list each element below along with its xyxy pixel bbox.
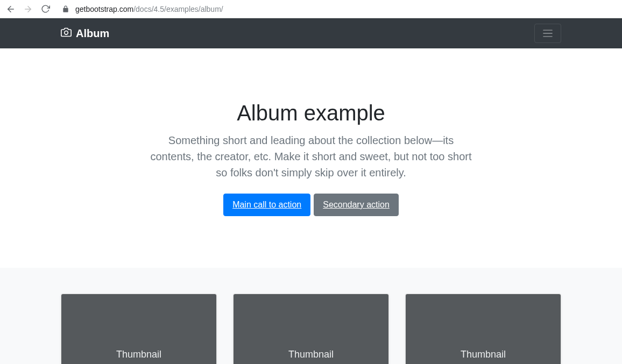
secondary-cta-button[interactable]: Secondary action [314,194,399,216]
album-section: Thumbnail Thumbnail Thumbnail [0,268,622,364]
card-row: Thumbnail Thumbnail Thumbnail [61,294,561,364]
back-icon[interactable] [5,4,16,15]
brand-label: Album [76,27,109,40]
browser-chrome: getbootstrap.com/docs/4.5/examples/album… [0,0,622,18]
album-card[interactable]: Thumbnail [405,294,561,364]
forward-icon[interactable] [23,4,33,15]
lock-icon [60,4,71,15]
jumbotron: Album example Something short and leadin… [0,48,622,268]
hamburger-icon [541,27,554,39]
page-title: Album example [147,100,475,126]
url-path: /docs/4.5/examples/album/ [133,5,223,13]
page-lead: Something short and leading about the co… [147,132,475,181]
reload-icon[interactable] [40,4,51,15]
thumbnail-label: Thumbnail [288,349,334,360]
navbar: Album [0,18,622,48]
navbar-brand[interactable]: Album [61,27,109,40]
camera-icon [61,27,72,40]
url-host: getbootstrap.com [75,5,133,13]
album-card[interactable]: Thumbnail [61,294,217,364]
thumbnail-label: Thumbnail [461,349,506,360]
cta-button-row: Main call to action Secondary action [147,194,475,216]
thumbnail-placeholder: Thumbnail [61,294,216,364]
primary-cta-button[interactable]: Main call to action [223,194,310,216]
address-text: getbootstrap.com/docs/4.5/examples/album… [75,5,223,13]
navbar-toggler[interactable] [534,24,561,43]
thumbnail-label: Thumbnail [116,349,161,360]
album-card[interactable]: Thumbnail [233,294,389,364]
thumbnail-placeholder: Thumbnail [234,294,388,364]
thumbnail-placeholder: Thumbnail [406,294,561,364]
address-bar[interactable]: getbootstrap.com/docs/4.5/examples/album… [57,4,617,15]
svg-point-2 [65,31,68,34]
